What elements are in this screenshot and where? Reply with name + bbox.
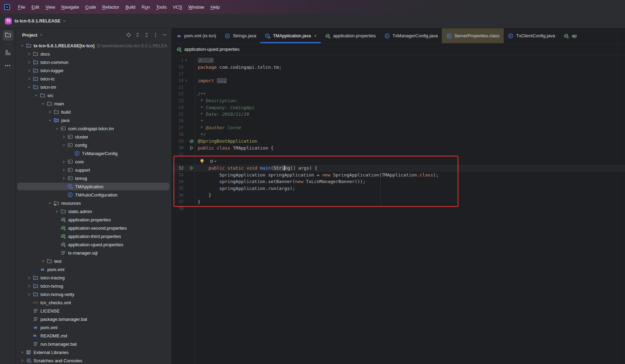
tree-item-readme-md[interactable]: M↓README.md (16, 332, 171, 340)
tree-chevron-icon[interactable] (26, 76, 32, 82)
menu-file[interactable]: File (15, 3, 28, 11)
tree-chevron-icon[interactable] (26, 68, 32, 73)
tree-chevron-icon[interactable] (47, 117, 53, 123)
menu-navigate[interactable]: Navigate (58, 3, 82, 11)
hide-panel-icon[interactable] (160, 31, 169, 39)
tree-item-application-second-properties[interactable]: application-second.properties (16, 224, 171, 232)
tree-chevron-icon[interactable] (40, 258, 46, 264)
tree-item-txlcn-tc[interactable]: txlcn-tc (16, 75, 171, 83)
tree-chevron-icon[interactable] (33, 93, 39, 98)
tab-application-properties[interactable]: application.properties (321, 28, 380, 43)
tree-chevron-icon[interactable] (54, 126, 59, 131)
tree-item-txmanagerconfig[interactable]: CTxManagerConfig (16, 149, 171, 157)
tree-chevron-icon[interactable] (40, 101, 46, 106)
tree-item-lcn-checks-xml[interactable]: </>lcn_checks.xml (16, 298, 171, 307)
tree-item-application-third-properties[interactable]: application-third.properties (16, 232, 171, 240)
tree-item-cluster[interactable]: cluster (16, 133, 171, 141)
menu-tools[interactable]: Tools (153, 3, 170, 11)
tree-chevron-icon[interactable] (19, 349, 25, 355)
run-gutter-icon[interactable] (189, 165, 195, 171)
chevron-down-icon[interactable] (63, 18, 66, 24)
tree-chevron-icon[interactable] (61, 167, 66, 173)
tree-item-txlcn-common[interactable]: txlcn-common (16, 58, 171, 66)
run-gutter-icon[interactable] (189, 145, 195, 151)
tree-chevron-icon[interactable] (26, 283, 32, 289)
tree-item-application-properties[interactable]: application.properties (16, 215, 171, 224)
tab-ap[interactable]: ap (559, 28, 581, 43)
tree-item-resources[interactable]: resources (16, 199, 171, 207)
menu-window[interactable]: Window (185, 3, 207, 11)
menu-code[interactable]: Code (82, 3, 99, 11)
tree-item-com-codingapi-txlcn-tm[interactable]: com.codingapi.txlcn.tm (16, 124, 171, 133)
menu-view[interactable]: View (42, 3, 58, 11)
tree-item-txlcn-tracing[interactable]: txlcn-tracing (16, 274, 171, 282)
tree-item-test[interactable]: test (16, 257, 171, 265)
locate-file-icon[interactable] (124, 31, 133, 39)
editor-tab-row-2[interactable]: application-ujued.properties (172, 44, 625, 55)
tab-txclientconfig-java[interactable]: CTxClientConfig.java (504, 28, 559, 43)
tree-item-static-admin[interactable]: static.admin (16, 207, 171, 215)
tree-chevron-icon[interactable] (19, 43, 25, 48)
tree-chevron-icon[interactable] (26, 291, 32, 297)
tree-item-support[interactable]: support (16, 166, 171, 174)
tree-item-external-libraries[interactable]: External Libraries (16, 348, 171, 356)
menu-build[interactable]: Build (122, 3, 139, 11)
tree-chevron-icon[interactable] (61, 134, 66, 140)
tab-serverproperties-class[interactable]: CServerProperties.class (442, 28, 504, 43)
tree-chevron-icon[interactable] (26, 51, 32, 57)
tree-item-pom-xml[interactable]: mpom.xml (16, 265, 171, 274)
tree-chevron-icon[interactable] (54, 209, 59, 214)
tree-item-txlcn-logger[interactable]: txlcn-logger (16, 66, 171, 75)
tree-item-txlcn-tm[interactable]: txlcn-tm (16, 83, 171, 91)
tab-txmanagerconfig-java[interactable]: CTxManagerConfig.java (380, 28, 442, 43)
menu-refactor[interactable]: Refactor (99, 3, 122, 11)
tree-item-java[interactable]: java (16, 116, 171, 124)
tree-item-build[interactable]: build (16, 108, 171, 116)
tree-item-pom-xml[interactable]: mpom.xml (16, 323, 171, 332)
tree-item-tx-lcn-5-0-1-release[interactable]: tx-lcn-5.0.1.RELEASE [tx-lcn]D:\work\ide… (16, 41, 171, 50)
fold-arrow-icon[interactable] (184, 79, 188, 82)
tree-item-core[interactable]: core (16, 157, 171, 166)
tree-chevron-icon[interactable] (26, 275, 32, 280)
code-editor[interactable]: 1/.../16package com.codingapi.txlcn.tm;1… (172, 55, 625, 364)
tree-item-txlcn-txmsg-netty[interactable]: txlcn-txmsg-netty (16, 290, 171, 298)
tree-item-src[interactable]: src (16, 91, 171, 99)
fold-arrow-icon[interactable] (184, 59, 188, 62)
tree-chevron-icon[interactable] (47, 200, 53, 206)
tree-chevron-icon[interactable] (61, 159, 66, 164)
more-options-icon[interactable] (151, 31, 160, 39)
menu-help[interactable]: Help (207, 3, 223, 11)
tree-item-config[interactable]: config (16, 141, 171, 149)
tab-strings-java[interactable]: CStrings.java (220, 28, 260, 43)
expand-all-icon[interactable] (133, 31, 142, 39)
menu-vcs[interactable]: VCS (170, 3, 185, 11)
lightbulb-icon[interactable] (199, 159, 205, 164)
project-name[interactable]: tx-lcn-5.0.1.RELEASE (15, 18, 60, 23)
chevron-down-icon[interactable] (39, 32, 43, 38)
close-tab-icon[interactable]: × (314, 33, 317, 38)
tree-item-license[interactable]: LICENSE (16, 307, 171, 315)
tree-chevron-icon[interactable] (26, 84, 32, 90)
tree-chevron-icon[interactable] (61, 142, 66, 148)
project-tool-window-button[interactable] (3, 30, 13, 41)
more-tool-windows-button[interactable]: ••• (3, 60, 13, 71)
tree-chevron-icon[interactable] (26, 59, 32, 65)
tree-item-tmautoconfiguration[interactable]: CTMAutoConfiguration (16, 191, 171, 199)
spring-gutter-icon[interactable] (189, 138, 195, 144)
project-avatar[interactable]: T5 (5, 18, 12, 25)
tree-chevron-icon[interactable] (47, 109, 53, 115)
tree-item-application-ujued-properties[interactable]: application-ujued.properties (16, 240, 171, 249)
tree-chevron-icon[interactable] (19, 358, 25, 363)
collapse-all-icon[interactable] (142, 31, 151, 39)
tree-item-docs[interactable]: docs (16, 50, 171, 58)
menu-edit[interactable]: Edit (28, 3, 42, 11)
tree-item-tx-manager-sql[interactable]: tx-manager.sql (16, 249, 171, 257)
tree-item-main[interactable]: main (16, 99, 171, 108)
tree-item-scratches-and-consoles[interactable]: Scratches and Consoles (16, 356, 171, 364)
tree-item-tmapplication[interactable]: CTMApplication (16, 182, 171, 191)
tree-item-package-txmanager-bat[interactable]: package.txmanager.bat (16, 315, 171, 323)
tab-pom-xml-tx-lcn-[interactable]: mpom.xml (tx-lcn) (172, 28, 220, 43)
tree-item-txlcn-txmsg[interactable]: txlcn-txmsg (16, 282, 171, 290)
tree-chevron-icon[interactable] (61, 175, 66, 181)
structure-tool-window-button[interactable] (3, 48, 13, 58)
